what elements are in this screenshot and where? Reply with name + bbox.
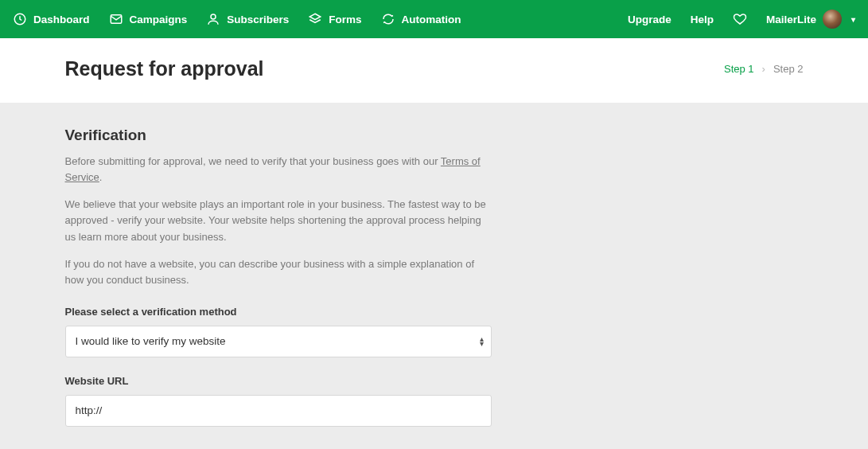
verification-title: Verification xyxy=(65,127,492,144)
nav-account[interactable]: MailerLite ▾ xyxy=(766,10,855,29)
title-bar: Request for approval Step 1 › Step 2 xyxy=(0,38,868,103)
heart-icon xyxy=(733,12,747,26)
form-column: Verification Before submitting for appro… xyxy=(65,127,492,449)
step-1[interactable]: Step 1 xyxy=(724,63,754,75)
svg-point-2 xyxy=(211,14,216,19)
nav-dashboard[interactable]: Dashboard xyxy=(13,12,90,26)
content: Verification Before submitting for appro… xyxy=(60,103,808,449)
chevron-right-icon: › xyxy=(762,63,765,75)
nav-favorites[interactable] xyxy=(733,12,747,26)
nav-upgrade[interactable]: Upgrade xyxy=(628,14,671,25)
nav-forms[interactable]: Forms xyxy=(308,12,361,26)
select-value: I would like to verify my website xyxy=(65,326,492,357)
clock-icon xyxy=(13,12,27,26)
layers-icon xyxy=(308,12,322,26)
nav-automation[interactable]: Automation xyxy=(381,12,461,26)
nav-brand-label: MailerLite xyxy=(766,14,816,25)
chevron-down-icon: ▾ xyxy=(851,15,855,24)
page-title: Request for approval xyxy=(65,57,264,80)
method-label: Please select a verification method xyxy=(65,306,492,318)
nav-campaigns-label: Campaigns xyxy=(130,14,188,25)
url-label: Website URL xyxy=(65,375,492,387)
nav-forms-label: Forms xyxy=(329,14,361,25)
nav-upgrade-label: Upgrade xyxy=(628,14,671,25)
website-url-input[interactable] xyxy=(65,395,492,427)
step-indicator: Step 1 › Step 2 xyxy=(724,63,804,75)
nav-left: Dashboard Campaigns Subscribers Forms Au… xyxy=(13,12,461,26)
nav-help-label: Help xyxy=(691,14,714,25)
nav-automation-label: Automation xyxy=(402,14,461,25)
avatar xyxy=(823,10,842,29)
nav-campaigns[interactable]: Campaigns xyxy=(109,12,188,26)
nav-subscribers[interactable]: Subscribers xyxy=(206,12,289,26)
envelope-icon xyxy=(109,12,123,26)
refresh-icon xyxy=(381,12,395,26)
nav-dashboard-label: Dashboard xyxy=(33,14,90,25)
verification-para-3: If you do not have a website, you can de… xyxy=(65,256,492,288)
para1-pre: Before submitting for approval, we need … xyxy=(65,155,441,167)
nav-subscribers-label: Subscribers xyxy=(227,14,289,25)
user-icon xyxy=(206,12,220,26)
verification-method-select[interactable]: I would like to verify my website ▴▾ xyxy=(65,326,492,357)
step-2[interactable]: Step 2 xyxy=(773,63,804,75)
verification-para-1: Before submitting for approval, we need … xyxy=(65,154,492,185)
nav-right: Upgrade Help MailerLite ▾ xyxy=(628,10,855,29)
verification-para-2: We believe that your website plays an im… xyxy=(65,197,492,244)
nav-help[interactable]: Help xyxy=(691,14,714,25)
top-nav: Dashboard Campaigns Subscribers Forms Au… xyxy=(0,0,868,38)
para1-post: . xyxy=(99,171,103,183)
